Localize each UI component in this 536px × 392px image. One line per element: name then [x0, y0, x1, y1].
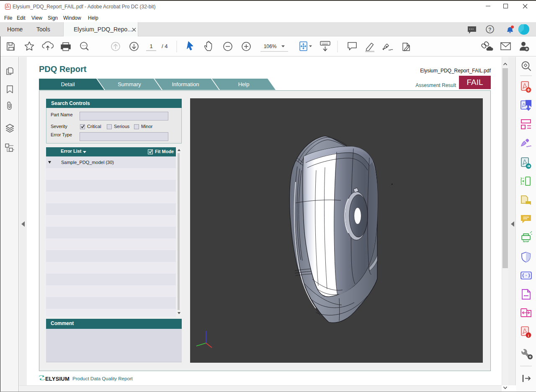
svg-text:?: ?	[488, 27, 491, 33]
svg-text:Summary: Summary	[118, 81, 141, 87]
svg-text:Detail: Detail	[61, 81, 75, 87]
svg-text:Help: Help	[238, 81, 250, 87]
svg-text:106%: 106%	[264, 44, 277, 49]
svg-text:1: 1	[149, 43, 152, 49]
svg-text:Information: Information	[172, 81, 199, 87]
svg-text:/ 4: / 4	[162, 43, 168, 49]
